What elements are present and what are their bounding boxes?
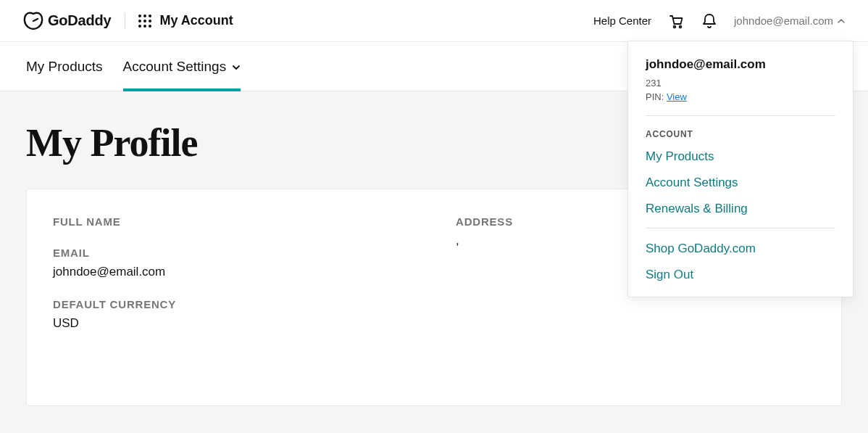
divider [125,13,125,29]
user-email: johndoe@email.com [734,15,833,27]
user-dropdown: johndoe@email.com 231 PIN: View ACCOUNT … [627,41,854,297]
profile-left-column: FULL NAME EMAIL johndoe@email.com DEFAUL… [53,215,412,379]
header-right: Help Center johndoe@email.com [593,12,845,30]
logo-text: GoDaddy [48,12,112,29]
dd-divider-2 [646,228,835,228]
dd-link-sign-out[interactable]: Sign Out [646,268,835,282]
dd-link-shop[interactable]: Shop GoDaddy.com [646,242,835,256]
email-value: johndoe@email.com [53,265,412,279]
user-menu-trigger[interactable]: johndoe@email.com [734,15,845,27]
app-switcher-label: My Account [160,13,233,28]
chevron-down-icon [232,59,241,75]
apps-grid-icon [138,15,151,28]
chevron-up-icon [838,17,845,25]
full-name-label: FULL NAME [53,215,412,228]
nav-my-products[interactable]: My Products [26,42,103,91]
help-center-link[interactable]: Help Center [593,15,651,27]
global-header: GoDaddy My Account Help Center [0,0,868,42]
dd-user-email: johndoe@email.com [646,57,835,72]
nav-account-settings[interactable]: Account Settings [123,42,241,91]
header-left: GoDaddy My Account [23,12,233,30]
email-label: EMAIL [53,247,412,259]
nav-account-settings-label: Account Settings [123,59,227,75]
field-currency: DEFAULT CURRENCY USD [53,298,412,331]
currency-label: DEFAULT CURRENCY [53,298,412,310]
app-switcher[interactable]: My Account [138,13,233,28]
dd-link-renewals[interactable]: Renewals & Billing [646,202,835,216]
logo[interactable]: GoDaddy [23,12,112,30]
dd-section-account: ACCOUNT [646,129,835,139]
dd-pin-label: PIN: [646,91,664,102]
dd-shopper-id: 231 [646,78,835,88]
dd-divider-1 [646,115,835,116]
currency-value: USD [53,316,412,331]
svg-point-0 [674,25,676,28]
godaddy-logo-icon [23,12,43,30]
dd-link-account-settings[interactable]: Account Settings [646,176,835,190]
field-email: EMAIL johndoe@email.com [53,247,412,279]
nav-my-products-label: My Products [26,59,103,75]
svg-point-1 [680,25,682,28]
dd-link-my-products[interactable]: My Products [646,149,835,164]
notifications-icon[interactable] [701,12,718,30]
cart-icon[interactable] [667,12,685,30]
dd-pin-row: PIN: View [646,91,835,102]
field-full-name: FULL NAME [53,215,412,228]
dd-pin-view-link[interactable]: View [667,91,687,102]
